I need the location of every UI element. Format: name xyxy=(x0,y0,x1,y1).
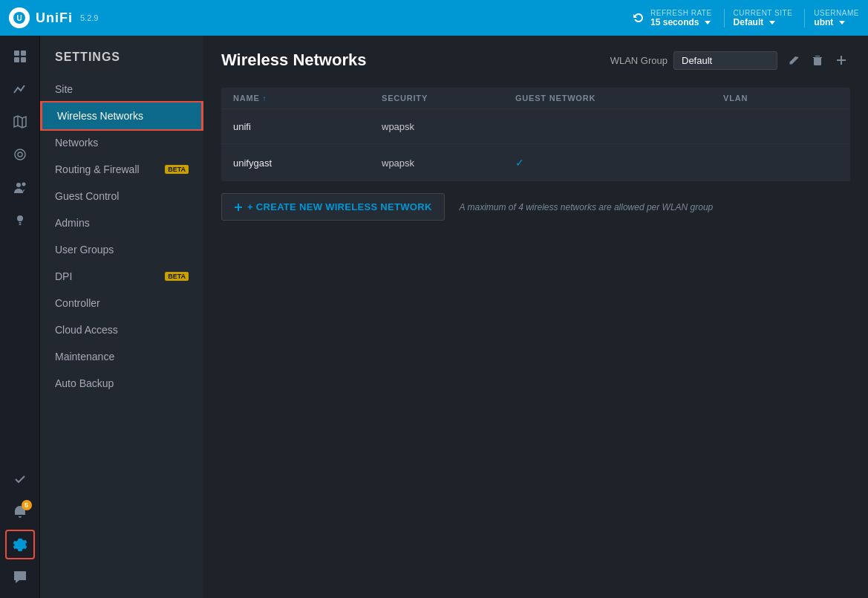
th-guest-network: GUEST NETWORK xyxy=(515,94,723,103)
stats-icon[interactable] xyxy=(5,74,35,104)
refresh-rate-section[interactable]: REFRESH RATE 15 seconds xyxy=(624,9,712,27)
sidebar-item-routing-label: Routing & Firewall xyxy=(55,163,140,175)
devices-icon[interactable] xyxy=(5,140,35,169)
network-security-unifi: wpapsk xyxy=(382,121,515,132)
svg-point-10 xyxy=(15,149,25,160)
svg-marker-6 xyxy=(14,116,26,128)
sidebar-item-cloud-access[interactable]: Cloud Access xyxy=(40,316,203,343)
main-content: Wireless Networks WLAN Group xyxy=(203,36,868,598)
sidebar-item-routing-firewall[interactable]: Routing & Firewall BETA xyxy=(40,156,203,183)
sidebar-item-site-label: Site xyxy=(55,83,73,95)
sidebar-item-maintenance[interactable]: Maintenance xyxy=(40,343,203,370)
dashboard-icon[interactable] xyxy=(5,42,35,71)
top-header: U UniFi 5.2.9 REFRESH RATE 15 seconds CU… xyxy=(0,0,868,36)
wireless-networks-table: NAME ↑ SECURITY GUEST NETWORK VLAN ACTIO… xyxy=(221,88,850,181)
sidebar-item-guest-label: Guest Control xyxy=(55,190,119,202)
sidebar-item-auto-backup-label: Auto Backup xyxy=(55,377,114,389)
create-btn-label: + CREATE NEW WIRELESS NETWORK xyxy=(247,201,432,212)
svg-point-11 xyxy=(16,183,21,187)
sidebar-item-networks-label: Networks xyxy=(55,137,98,149)
edit-wlan-group-button[interactable] xyxy=(785,51,803,69)
th-vlan: VLAN xyxy=(723,94,850,103)
sidebar-item-site[interactable]: Site xyxy=(40,76,203,103)
add-wlan-group-button[interactable] xyxy=(832,51,850,69)
sort-arrow: ↑ xyxy=(263,94,267,103)
table-header: NAME ↑ SECURITY GUEST NETWORK VLAN ACTIO… xyxy=(221,88,850,109)
logo-area: U UniFi 5.2.9 xyxy=(9,7,98,28)
settings-icon[interactable] xyxy=(5,530,35,559)
sidebar-item-guest-control[interactable]: Guest Control xyxy=(40,183,203,209)
svg-rect-3 xyxy=(21,51,26,56)
app-version: 5.2.9 xyxy=(80,13,98,22)
svg-text:U: U xyxy=(16,14,22,22)
username-section[interactable]: USERNAME ubnt xyxy=(804,9,859,27)
sidebar-item-controller[interactable]: Controller xyxy=(40,290,203,316)
icon-nav: 5 xyxy=(0,36,40,598)
sidebar-item-controller-label: Controller xyxy=(55,297,100,309)
sidebar-item-wireless-networks[interactable]: Wireless Networks xyxy=(40,103,203,129)
svg-rect-5 xyxy=(21,57,26,62)
sidebar-item-dpi[interactable]: DPI BETA xyxy=(40,263,203,290)
wlan-group-input[interactable] xyxy=(673,51,777,70)
svg-rect-15 xyxy=(19,224,21,226)
max-note: A maximum of 4 wireless networks are all… xyxy=(460,202,714,212)
tasks-icon[interactable] xyxy=(5,464,35,494)
clients-icon[interactable] xyxy=(5,172,35,202)
svg-rect-14 xyxy=(19,222,21,224)
app-name: UniFi xyxy=(36,10,73,26)
header-actions xyxy=(785,51,850,69)
site-label: CURRENT SITE xyxy=(734,9,793,17)
create-row: + CREATE NEW WIRELESS NETWORK A maximum … xyxy=(221,193,850,221)
site-value: Default xyxy=(734,17,775,27)
sidebar-item-wireless-networks-label: Wireless Networks xyxy=(57,110,143,122)
svg-rect-4 xyxy=(14,57,19,62)
refresh-icon xyxy=(633,12,645,24)
delete-wlan-group-button[interactable] xyxy=(809,51,826,69)
sidebar-item-user-groups[interactable]: User Groups xyxy=(40,236,203,263)
alerts-icon[interactable]: 5 xyxy=(5,497,35,527)
current-site-section[interactable]: CURRENT SITE Default xyxy=(724,9,793,27)
routing-beta-badge: BETA xyxy=(165,165,189,174)
ubnt-logo: U xyxy=(9,7,30,28)
sidebar-item-auto-backup[interactable]: Auto Backup xyxy=(40,370,203,397)
sidebar-item-maintenance-label: Maintenance xyxy=(55,351,114,363)
alerts-badge: 5 xyxy=(22,500,32,510)
sidebar-item-networks[interactable]: Networks xyxy=(40,129,203,156)
dpi-beta-badge: BETA xyxy=(165,272,189,281)
network-name-unifi: unifi xyxy=(233,121,382,132)
map-icon[interactable] xyxy=(5,107,35,137)
network-name-unifygast: unifygast xyxy=(233,157,382,169)
sidebar-title: SETTINGS xyxy=(40,45,203,76)
header-right: REFRESH RATE 15 seconds CURRENT SITE Def… xyxy=(624,9,859,27)
refresh-label: REFRESH RATE xyxy=(650,9,712,17)
username-value: ubnt xyxy=(814,17,844,27)
chat-icon[interactable] xyxy=(5,562,35,592)
table-row: unifi wpapsk EDIT DELETE xyxy=(221,109,850,144)
svg-point-12 xyxy=(22,183,25,186)
svg-rect-2 xyxy=(14,51,19,56)
th-security: SECURITY xyxy=(382,94,515,103)
page-title: Wireless Networks xyxy=(221,51,610,70)
table-row: unifygast wpapsk ✓ EDIT DELETE xyxy=(221,144,850,181)
insights-icon[interactable] xyxy=(5,205,35,235)
sidebar-item-user-groups-label: User Groups xyxy=(55,244,114,256)
create-wireless-network-button[interactable]: + CREATE NEW WIRELESS NETWORK xyxy=(221,193,445,221)
wlan-group-label: WLAN Group xyxy=(610,55,668,66)
network-security-unifygast: wpapsk xyxy=(382,157,515,169)
sidebar-item-cloud-access-label: Cloud Access xyxy=(55,324,118,336)
username-label: USERNAME xyxy=(814,9,859,17)
sidebar-item-dpi-label: DPI xyxy=(55,270,72,282)
sidebar-item-admins-label: Admins xyxy=(55,217,90,229)
svg-point-9 xyxy=(18,152,22,157)
sidebar-item-admins[interactable]: Admins xyxy=(40,209,203,236)
th-name[interactable]: NAME ↑ xyxy=(233,94,382,103)
page-header: Wireless Networks WLAN Group xyxy=(221,51,850,70)
refresh-value: 15 seconds xyxy=(650,17,712,27)
network-guest-unifygast: ✓ xyxy=(515,157,723,169)
svg-point-13 xyxy=(17,215,23,221)
sidebar: SETTINGS Site Wireless Networks Networks… xyxy=(40,36,203,598)
